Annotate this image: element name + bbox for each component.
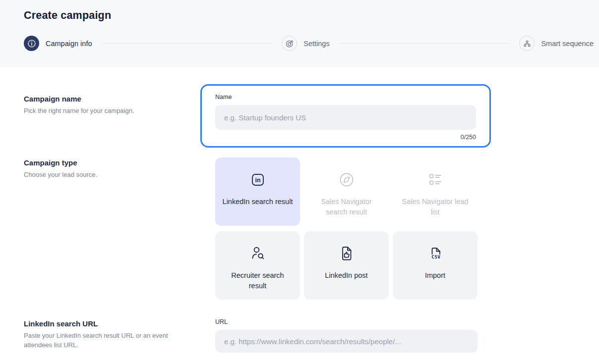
stepper-step-settings[interactable]: Settings [282,36,329,51]
stepper-connector-line [103,43,272,44]
svg-text:CSV: CSV [431,255,441,260]
sitemap-icon [519,36,535,51]
type-card-label: Sales Navigator search result [304,197,389,218]
campaign-name-input[interactable] [215,105,476,130]
type-card-sales-navigator-lead-list[interactable]: Sales Navigator lead list [393,157,478,226]
campaign-stepper: Campaign info Settings [24,36,594,51]
target-icon [282,36,297,51]
linkedin-search-url-section: LinkedIn search URL Paste your LinkedIn … [24,318,575,353]
char-counter: 0/250 [215,134,476,141]
linkedin-search-url-heading: LinkedIn search URL [24,319,195,328]
campaign-type-heading: Campaign type [24,158,195,167]
linkedin-search-url-description: Paste your LinkedIn search result URL or… [24,331,195,350]
stepper-connector-line [340,43,509,44]
type-card-recruiter-search-result[interactable]: Recruiter search result [215,231,300,300]
csv-file-icon: CSV [425,243,445,264]
campaign-name-card: Name 0/250 [200,84,491,148]
campaign-name-section: Campaign name Pick the right name for yo… [24,84,575,148]
type-card-label: Import [418,270,452,281]
stepper-step-smart-sequence[interactable]: Smart sequence [519,36,594,51]
campaign-type-section: Campaign type Choose your lead source. i… [24,157,575,300]
stepper-step-campaign-info[interactable]: Campaign info [24,36,92,51]
type-card-import[interactable]: CSV Import [393,231,478,300]
linkedin-search-url-input[interactable] [215,330,478,353]
stepper-label-campaign-info: Campaign info [46,40,92,48]
url-field-label: URL [215,318,478,325]
url-field: URL [215,318,478,353]
info-icon [24,36,39,51]
campaign-type-description: Choose your lead source. [24,170,195,180]
type-card-sales-navigator-search-result[interactable]: Sales Navigator search result [304,157,389,226]
type-card-label: LinkedIn search result [216,197,300,207]
campaign-name-description: Pick the right name for your campaign. [24,106,195,116]
svg-text:in: in [255,177,260,184]
campaign-info-form: Campaign name Pick the right name for yo… [0,84,599,353]
stepper-label-settings: Settings [303,40,329,48]
type-card-label: LinkedIn post [318,270,374,281]
stepper-label-smart-sequence: Smart sequence [541,40,594,48]
campaign-type-grid: in LinkedIn search result Sales Navigato… [215,157,478,300]
type-card-label: Sales Navigator lead list [393,197,478,218]
recruiter-search-icon [248,243,268,264]
create-campaign-header: Create campaign Campaign info [0,0,599,67]
linkedin-icon: in [248,169,268,190]
thumbs-up-file-icon [337,243,357,264]
name-field-label: Name [215,94,476,101]
compass-icon [337,169,357,190]
campaign-name-heading: Campaign name [24,95,195,103]
type-card-linkedin-post[interactable]: LinkedIn post [304,231,389,300]
page-title: Create campaign [24,9,575,22]
type-card-linkedin-search-result[interactable]: in LinkedIn search result [215,157,300,226]
type-card-label: Recruiter search result [215,270,300,292]
lead-list-icon [425,169,445,190]
